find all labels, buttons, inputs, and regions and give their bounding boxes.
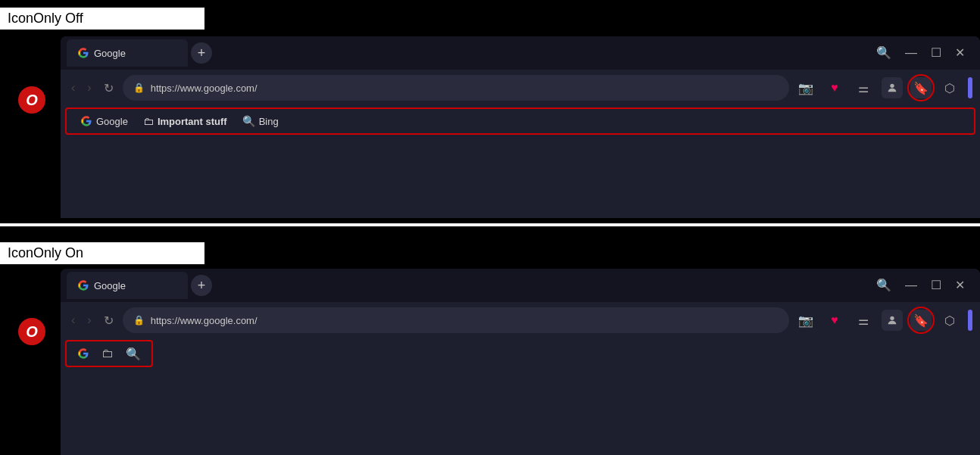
bookmark-folder-top[interactable]: 🗀 Important stuff — [137, 113, 233, 129]
address-box-bottom[interactable]: 🔒 https://www.google.com/ — [123, 307, 789, 333]
camera-icon-bottom[interactable]: 📷 — [795, 310, 816, 331]
minimize-ctrl-bottom[interactable]: — — [905, 279, 917, 291]
close-ctrl-bottom[interactable]: ✕ — [955, 279, 965, 291]
heart-icon-top[interactable]: ♥ — [824, 77, 845, 98]
search-window-ctrl-bottom[interactable]: 🔍 — [876, 279, 891, 291]
cube-icon-top[interactable]: ⬡ — [939, 77, 960, 98]
back-button-top[interactable]: ‹ — [68, 81, 78, 95]
new-tab-button-top[interactable]: + — [191, 42, 212, 64]
refresh-button-top[interactable]: ↻ — [101, 81, 117, 95]
opera-circle-top: O — [18, 86, 45, 114]
svg-point-1 — [890, 316, 894, 320]
cube-icon-bottom[interactable]: ⬡ — [939, 310, 960, 331]
maximize-ctrl-top[interactable]: ☐ — [931, 47, 941, 59]
search-icon-bm-bottom: 🔍 — [126, 347, 141, 361]
toolbar-icons-top: 📷 ♥ ⚌ 🔖 ⬡ — [795, 77, 972, 98]
sliders-icon-bottom[interactable]: ⚌ — [853, 310, 874, 331]
url-text-bottom: https://www.google.com/ — [151, 315, 779, 326]
bookmark-icon-top[interactable]: 🔖 — [910, 77, 932, 98]
person-icon-top[interactable] — [882, 77, 903, 98]
window-controls-bottom: 🔍 — ☐ ✕ — [876, 279, 974, 291]
google-favicon-top — [80, 115, 92, 127]
folder-icon-bottom: 🗀 — [101, 347, 114, 360]
search-window-ctrl-top[interactable]: 🔍 — [876, 47, 891, 59]
bookmark-bing-top[interactable]: 🔍 Bing — [236, 113, 285, 129]
icononly-off-label: IconOnly Off — [0, 8, 204, 30]
bookmark-icon-bottom[interactable]: 🔖 — [910, 310, 932, 331]
red-circle-highlight-bottom — [907, 307, 935, 334]
bookmark-google-label-top: Google — [96, 116, 128, 127]
bookmarks-bar-top: Google 🗀 Important stuff 🔍 Bing — [65, 108, 975, 135]
opera-logo-bottom[interactable]: O — [15, 315, 48, 348]
tab-bar-bottom: Google + 🔍 — ☐ ✕ — [61, 269, 980, 302]
window-controls-top: 🔍 — ☐ ✕ — [876, 47, 974, 59]
heart-icon-bottom[interactable]: ♥ — [824, 310, 845, 331]
tab-favicon-bottom — [77, 279, 89, 291]
bookmarks-bar-bottom: 🗀 🔍 — [65, 340, 153, 367]
toolbar-icons-bottom: 📷 ♥ ⚌ 🔖 ⬡ — [795, 310, 972, 331]
sliders-icon-top[interactable]: ⚌ — [853, 77, 874, 98]
tab-title-bottom: Google — [94, 280, 177, 291]
bookmark-folder-label-top: Important stuff — [158, 116, 227, 127]
search-icon-bm-top: 🔍 — [242, 115, 255, 127]
google-favicon-bottom — [77, 347, 89, 360]
lock-icon-top: 🔒 — [133, 83, 145, 93]
tab-title-top: Google — [94, 48, 177, 59]
address-box-top[interactable]: 🔒 https://www.google.com/ — [123, 75, 789, 101]
browser-panel-top: Google + 🔍 — ☐ ✕ ‹ › ↻ 🔒 https://www.goo… — [61, 36, 980, 218]
camera-icon-top[interactable]: 📷 — [795, 77, 816, 98]
red-circle-highlight-top — [907, 74, 935, 101]
close-ctrl-top[interactable]: ✕ — [955, 47, 965, 59]
bookmark-google-top[interactable]: Google — [74, 113, 134, 129]
bookmark-google-bottom[interactable] — [73, 345, 94, 362]
tab-favicon-top — [77, 47, 89, 59]
folder-icon-top: 🗀 — [143, 115, 154, 127]
maximize-ctrl-bottom[interactable]: ☐ — [931, 279, 941, 291]
purple-bar-bottom[interactable] — [968, 310, 972, 331]
tab-bar-top: Google + 🔍 — ☐ ✕ — [61, 36, 980, 70]
bookmark-bing-label-top: Bing — [259, 116, 279, 127]
forward-button-bottom[interactable]: › — [84, 313, 94, 327]
bookmark-folder-bottom[interactable]: 🗀 — [97, 344, 118, 363]
browser-panel-bottom: Google + 🔍 — ☐ ✕ ‹ › ↻ 🔒 https://www.goo… — [61, 269, 980, 455]
url-text-top: https://www.google.com/ — [151, 83, 779, 94]
back-button-bottom[interactable]: ‹ — [68, 313, 78, 327]
refresh-button-bottom[interactable]: ↻ — [101, 313, 117, 328]
lock-icon-bottom: 🔒 — [133, 315, 145, 326]
icononly-on-label: IconOnly On — [0, 242, 204, 264]
address-bar-row-top: ‹ › ↻ 🔒 https://www.google.com/ 📷 ♥ ⚌ 🔖 … — [61, 70, 980, 106]
new-tab-button-bottom[interactable]: + — [191, 275, 212, 296]
opera-circle-bottom: O — [18, 318, 45, 345]
bookmark-bing-bottom[interactable]: 🔍 — [121, 344, 145, 363]
purple-bar-top[interactable] — [968, 77, 972, 98]
opera-logo-top[interactable]: O — [15, 83, 48, 117]
mid-divider — [0, 223, 980, 226]
active-tab-top[interactable]: Google — [67, 39, 188, 67]
svg-point-0 — [890, 84, 894, 88]
minimize-ctrl-top[interactable]: — — [905, 47, 917, 59]
active-tab-bottom[interactable]: Google — [67, 272, 188, 299]
forward-button-top[interactable]: › — [84, 81, 94, 95]
person-icon-bottom[interactable] — [882, 310, 903, 331]
address-bar-row-bottom: ‹ › ↻ 🔒 https://www.google.com/ 📷 ♥ ⚌ 🔖 … — [61, 302, 980, 338]
